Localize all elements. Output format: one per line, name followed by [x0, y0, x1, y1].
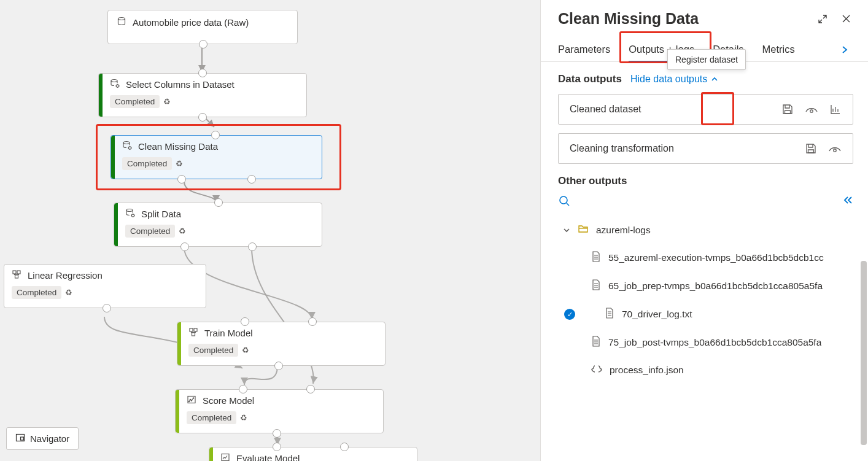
output-port-2[interactable]: [248, 242, 257, 251]
tree-file[interactable]: process_info.json: [558, 357, 853, 384]
tab-parameters[interactable]: Parameters: [558, 37, 610, 61]
module-icon: [187, 395, 196, 406]
status-badge: Completed: [110, 95, 160, 108]
output-label: Cleaned dataset: [570, 104, 781, 115]
output-label: Cleaning transformation: [570, 143, 805, 154]
navigator-button[interactable]: Navigator: [6, 427, 79, 450]
node-split-data[interactable]: Split Data Completed ♻: [114, 203, 322, 247]
navigator-label: Navigator: [30, 433, 69, 444]
node-title: Split Data: [141, 209, 181, 219]
panel-title: Clean Missing Data: [558, 10, 807, 28]
svg-rect-12: [192, 333, 195, 336]
node-train-model[interactable]: Train Model Completed ♻: [177, 322, 386, 366]
file-name: process_info.json: [610, 365, 684, 376]
node-title: Evaluate Model: [236, 453, 300, 461]
details-panel: Clean Missing Data Parameters Outputs + …: [540, 0, 868, 461]
svg-rect-7: [13, 271, 16, 274]
code-file-icon: [591, 364, 602, 376]
scrollbar-thumb[interactable]: [861, 261, 867, 445]
node-linear-regression[interactable]: Linear Regression Completed ♻: [4, 264, 206, 308]
module-icon: [12, 269, 21, 281]
node-title: Train Model: [204, 328, 253, 338]
output-port[interactable]: [274, 362, 283, 370]
node-price-data-raw[interactable]: Automobile price data (Raw): [107, 10, 298, 44]
tree-file-active[interactable]: ✓ 70_driver_log.txt: [558, 300, 853, 328]
input-port-2[interactable]: [308, 317, 317, 326]
svg-rect-10: [190, 328, 193, 331]
check-circle-icon: ✓: [564, 309, 575, 320]
svg-rect-11: [194, 328, 197, 331]
output-port[interactable]: [198, 113, 207, 122]
svg-point-21: [810, 110, 813, 112]
node-title: Score Model: [203, 395, 254, 406]
preview-icon[interactable]: [805, 104, 818, 114]
input-port-1[interactable]: [273, 443, 281, 451]
input-port-2[interactable]: [306, 385, 315, 393]
status-badge: Completed: [12, 286, 61, 299]
input-port-1[interactable]: [239, 385, 247, 393]
output-port-1[interactable]: [180, 242, 189, 251]
collapse-tree-icon[interactable]: [842, 195, 853, 207]
output-port[interactable]: [103, 304, 111, 312]
file-icon: [591, 251, 601, 265]
node-clean-missing-data[interactable]: Clean Missing Data Completed ♻: [110, 135, 322, 179]
file-name: 75_job_post-tvmps_b0a66d1bcb5dcb1cca805a…: [608, 337, 821, 348]
node-title: Select Columns in Dataset: [126, 79, 234, 90]
file-icon: [605, 308, 614, 321]
tree-file[interactable]: 65_job_prep-tvmps_b0a66d1bcb5dcb1cca805a…: [558, 272, 853, 300]
close-icon[interactable]: [839, 12, 853, 26]
svg-point-1: [111, 80, 117, 82]
node-evaluate-model[interactable]: Evaluate Model: [209, 447, 417, 461]
tree-file[interactable]: 75_job_post-tvmps_b0a66d1bcb5dcb1cca805a…: [558, 328, 853, 357]
output-port-1[interactable]: [177, 175, 186, 184]
svg-rect-8: [17, 271, 20, 274]
node-title: Linear Regression: [28, 270, 103, 281]
save-register-icon[interactable]: [805, 142, 817, 155]
tree-file[interactable]: 55_azureml-execution-tvmps_b0a66d1bcb5dc…: [558, 244, 853, 272]
input-port[interactable]: [198, 69, 207, 77]
svg-point-3: [123, 142, 130, 144]
tree-folder-azureml-logs[interactable]: azureml-logs: [558, 217, 853, 244]
file-name: 70_driver_log.txt: [622, 309, 692, 320]
register-dataset-tooltip: Register dataset: [667, 62, 746, 70]
svg-point-0: [118, 18, 125, 20]
svg-point-22: [834, 149, 836, 152]
input-port-1[interactable]: [241, 317, 249, 326]
node-score-model[interactable]: Score Model Completed ♻: [175, 389, 384, 433]
log-file-tree: azureml-logs 55_azureml-execution-tvmps_…: [558, 217, 853, 384]
file-icon: [591, 279, 601, 293]
status-badge: Completed: [188, 344, 238, 357]
reuse-icon: ♻: [242, 346, 249, 355]
status-badge: Completed: [187, 411, 236, 424]
node-select-columns[interactable]: Select Columns in Dataset Completed ♻: [98, 73, 307, 117]
pipeline-canvas[interactable]: Automobile price data (Raw) Select Colum…: [0, 0, 540, 461]
node-title: Clean Missing Data: [138, 141, 218, 152]
search-icon[interactable]: [558, 195, 572, 208]
chevron-down-icon: [563, 227, 570, 234]
output-port[interactable]: [199, 40, 207, 48]
input-port[interactable]: [214, 198, 223, 207]
expand-icon[interactable]: [815, 12, 830, 26]
node-title: Automobile price data (Raw): [133, 17, 249, 28]
output-cleaned-dataset: Cleaned dataset: [558, 94, 853, 125]
output-port-2[interactable]: [247, 175, 256, 184]
folder-icon: [578, 224, 589, 236]
input-port[interactable]: [211, 131, 220, 139]
visualize-icon[interactable]: [829, 103, 842, 115]
reuse-icon: ♻: [65, 288, 72, 297]
preview-icon[interactable]: [828, 144, 842, 153]
hide-data-outputs-link[interactable]: Hide data outputs: [630, 74, 718, 85]
reuse-icon: ♻: [163, 97, 171, 106]
file-icon: [591, 336, 601, 349]
output-port[interactable]: [273, 429, 281, 438]
save-register-icon[interactable]: [781, 103, 794, 115]
module-icon: [125, 208, 135, 220]
svg-point-5: [126, 209, 133, 212]
tab-metrics[interactable]: Metrics: [762, 37, 795, 61]
module-icon: [220, 452, 230, 461]
tabs-next-icon[interactable]: [836, 41, 853, 58]
folder-name: azureml-logs: [596, 225, 651, 236]
svg-rect-9: [15, 275, 18, 278]
input-port-2[interactable]: [340, 443, 349, 451]
status-badge: Completed: [125, 225, 175, 238]
